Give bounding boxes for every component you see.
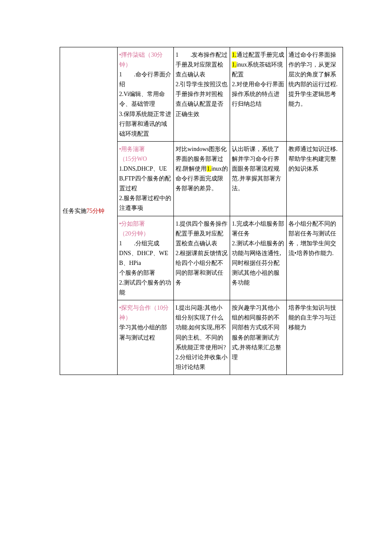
row-body: 1 .分组完成 DNS、DHCP、WEB、HPia 个服务的部署 2.测试四个服…: [119, 238, 172, 298]
section-label-text: 任务实施: [63, 208, 86, 214]
highlight: 1.: [232, 61, 236, 68]
cell-r3-c4: 各小组分配不同的部岩任务与测试任务，增加学生间交流•培养协作能力.: [286, 216, 343, 300]
highlight: 1.: [207, 166, 211, 172]
row-title: •探究与合作（10分神）: [119, 303, 172, 323]
row-title: •用务湍署 （15分WO: [119, 144, 172, 164]
highlight: 1.: [232, 52, 236, 58]
cell-r2-c3: 认出听课，系统了解并学习命令行界面眼务部署流程规范.并掌握其部署方法。: [230, 141, 286, 216]
cell-r2-c2: 对比windows图形化界面的服务部署过程.阱解使用1.inux的命令行界面完成…: [173, 141, 230, 216]
text: 通过配置手册完成: [236, 52, 284, 58]
cell-r2-c1: •用务湍署 （15分WO 1.DNS,DHCP、UEB,FTP四个服务的配置过程…: [117, 141, 173, 216]
cell-r3-c2: 1.提供四个服务操作配置手册及对应配置桧查点确认表 2.根据课前反馈情况给四个小…: [173, 216, 230, 300]
cell-r1-c3: 1.通过配置手册完成1.inux系统茶础环境配置 2.对使用命令行界面操作系统的…: [230, 47, 286, 142]
cell-r1-c4: 通过命令行界面操作的学习，从更深层次的角度了解系统内部的运行过程.提升学生逻辑思…: [286, 47, 343, 142]
row-title: •擇作柒础（30分钟）: [119, 50, 172, 70]
cell-r1-c1: •擇作柒础（30分钟） 1 .命令行界面介绍 2.Vi编辑、常用命令、基础管理 …: [117, 47, 173, 142]
cell-r4-c4: 培养学生知识与技能的自主学习与迁移能力: [286, 300, 343, 375]
text: inux系统茶础环境配置 2.对使用命令行界面操作系统的特点进行归纳总结: [232, 61, 284, 107]
lesson-plan-table: 任务实施75分钟 •擇作柒础（30分钟） 1 .命令行界面介绍 2.Vi编辑、常…: [60, 47, 343, 375]
cell-r3-c1: •分如部署 （20分钟） 1 .分组完成 DNS、DHCP、WEB、HPia 个…: [117, 216, 173, 300]
cell-r4-c3: 按兴趣学习其他小组的相同服芬的不同部咎方式或不同服务的部署测试方式,并将结果汇总…: [230, 300, 286, 375]
cell-r3-c3: 1.完成本小组服务部署任务 2.测试本小组服务的功能与网络连通性,同时根据任芬分…: [230, 216, 286, 300]
row-title: •分如部署 （20分钟）: [119, 219, 172, 238]
cell-r4-c1: •探究与合作（10分神） 学习其他小组的部署与测试过程: [117, 300, 173, 375]
row-body: 学习其他小组的部署与测试过程: [119, 323, 172, 342]
row-body: 1 .命令行界面介绍 2.Vi编辑、常用命令、基础管理 3.保障系统能正常进行部…: [119, 70, 172, 139]
row-body: 1.DNS,DHCP、UEB,FTP四个服务的配置过程 2.服务部署过程中的注遵…: [119, 164, 172, 213]
cell-r4-c2: I.提出问题:其他小组分别实现了什么功能.如何实现,用不同的主机、不同的系统能正…: [173, 300, 230, 375]
cell-r2-c4: 教师通过知识迁移.帮助学生构建完整的知识体系: [286, 141, 343, 216]
cell-r1-c2: 1 .发布操作配过手册及对应限置桧查点确认表 2.引导学生按照汉也手册操作并对照…: [173, 47, 230, 142]
section-label-cell: 任务实施75分钟: [60, 47, 118, 375]
table-row: 任务实施75分钟 •擇作柒础（30分钟） 1 .命令行界面介绍 2.Vi编辑、常…: [60, 47, 343, 142]
section-duration: 75分钟: [86, 208, 104, 214]
